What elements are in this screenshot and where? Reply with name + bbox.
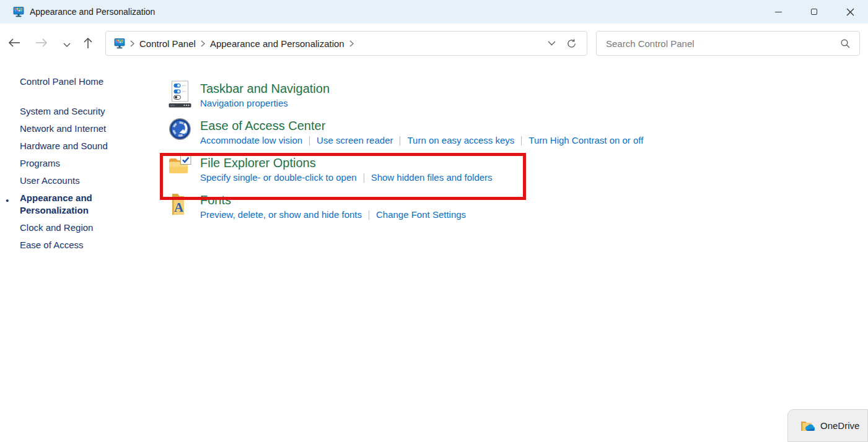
maximize-button[interactable] [796,0,832,24]
link-preview-delete-show-hide-fonts[interactable]: Preview, delete, or show and hide fonts [200,209,362,221]
chevron-down-icon [63,43,71,48]
link-separator [400,136,400,145]
search-box [596,31,860,56]
navigation-toolbar: Control Panel Appearance and Personaliza… [0,24,868,62]
section-ease-of-access-center: Ease of Access Center Accommodate low vi… [169,118,701,155]
back-button[interactable] [7,37,21,48]
ease-of-access-icon[interactable] [169,118,192,155]
address-dropdown-button[interactable] [542,32,561,55]
section-fonts: A Fonts Preview, delete, or show and hid… [169,192,701,229]
task-list: Taskbar and Navigation Navigation proper… [169,80,701,229]
chevron-right-icon [201,40,205,47]
sidebar: Control Panel Home System and Security N… [20,76,114,254]
link-turn-on-easy-access-keys[interactable]: Turn on easy access keys [407,134,514,147]
back-arrow-icon [7,38,21,48]
up-button[interactable] [81,37,95,48]
taskbar-settings-icon[interactable] [169,80,192,118]
sidebar-item-programs[interactable]: Programs [20,155,114,172]
maximize-icon [811,9,817,15]
search-icon[interactable] [840,38,851,49]
link-use-screen-reader[interactable]: Use screen reader [317,134,393,147]
close-button[interactable] [832,0,868,24]
titlebar: Appearance and Personalization [0,0,868,24]
forward-arrow-icon [35,38,48,48]
minimize-button[interactable] [760,0,796,24]
window-title: Appearance and Personalization [30,7,155,17]
sidebar-item-network-and-internet[interactable]: Network and Internet [20,120,114,137]
fonts-folder-icon[interactable]: A [169,192,192,229]
section-taskbar-and-navigation: Taskbar and Navigation Navigation proper… [169,80,701,118]
chevron-right-icon [130,40,134,47]
sidebar-item-system-and-security[interactable]: System and Security [20,103,114,120]
link-turn-high-contrast-on-or-off[interactable]: Turn High Contrast on or off [528,134,643,147]
breadcrumb-appearance-personalization[interactable]: Appearance and Personalization [210,38,344,49]
section-file-explorer-options: File Explorer Options Specify single- or… [169,155,701,192]
sidebar-item-appearance-and-personalization[interactable]: Appearance and Personalization [20,189,114,219]
section-title-fonts[interactable]: Fonts [200,193,466,207]
forward-button[interactable] [35,37,48,48]
sidebar-control-panel-home[interactable]: Control Panel Home [20,76,114,87]
svg-text:A: A [174,200,184,215]
control-panel-icon [13,7,24,17]
onedrive-folder-icon [800,420,815,431]
folder-checkbox-icon[interactable] [169,155,192,192]
sidebar-category-list: System and Security Network and Internet… [20,103,114,254]
onedrive-label: OneDrive [820,420,859,431]
sidebar-item-clock-and-region[interactable]: Clock and Region [20,219,114,236]
window-controls [760,0,868,24]
close-icon [846,8,854,16]
refresh-icon [566,38,577,49]
breadcrumb-bar[interactable]: Control Panel Appearance and Personaliza… [105,31,587,56]
section-title-file-explorer-options[interactable]: File Explorer Options [200,155,493,170]
chevron-right-icon [349,40,354,47]
refresh-button[interactable] [561,32,582,55]
breadcrumb-actions [542,32,587,55]
link-accommodate-low-vision[interactable]: Accommodate low vision [200,134,302,147]
sidebar-item-hardware-and-sound[interactable]: Hardware and Sound [20,137,114,155]
breadcrumb-control-panel[interactable]: Control Panel [139,38,196,49]
link-specify-single-or-double-click[interactable]: Specify single- or double-click to open [200,171,357,184]
link-change-font-settings[interactable]: Change Font Settings [376,209,466,221]
link-show-hidden-files-and-folders[interactable]: Show hidden files and folders [371,171,493,184]
link-separator [369,210,369,220]
onedrive-flyout[interactable]: OneDrive [787,409,868,442]
section-title-taskbar-and-navigation[interactable]: Taskbar and Navigation [200,81,330,96]
link-navigation-properties[interactable]: Navigation properties [200,97,288,110]
up-arrow-icon [83,37,93,49]
minimize-icon [775,12,782,12]
search-input[interactable] [597,38,840,49]
section-title-ease-of-access-center[interactable]: Ease of Access Center [200,118,643,133]
control-panel-icon [114,38,125,49]
link-separator [309,136,310,145]
link-separator [521,136,522,145]
sidebar-item-user-accounts[interactable]: User Accounts [20,172,114,189]
sidebar-item-ease-of-access[interactable]: Ease of Access [20,236,114,254]
chevron-down-icon [548,41,556,46]
recent-locations-button[interactable] [60,40,74,51]
control-panel-window: Appearance and Personalization [0,0,868,442]
link-separator [364,173,364,183]
